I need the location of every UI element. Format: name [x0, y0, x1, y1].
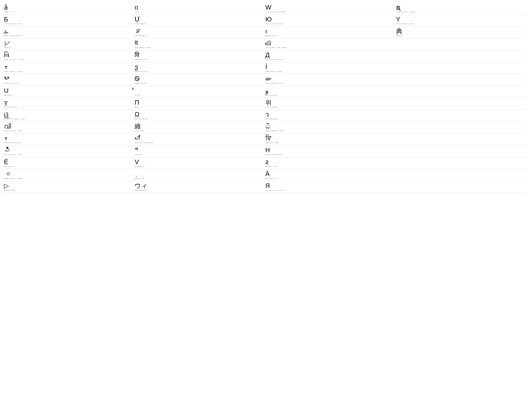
- character-symbol: വി: [4, 123, 132, 130]
- character-symbol: ವಿ: [135, 135, 263, 142]
- character-label: ARABIC WAW (U+0648): [265, 95, 393, 96]
- character-label: CYRILLIC MAJISCULE I (U+0419): [265, 23, 393, 24]
- character-card: ვGEORGIAN VIN (U+10D5): [133, 62, 264, 74]
- character-symbol: Ю: [265, 16, 393, 23]
- character-card: ঊBENGALI RHÔSHSHO U (U+0989): [133, 38, 264, 50]
- character-label: GOTHIC WINJA (U+10345): [4, 107, 132, 108]
- character-label: WI WRITTEN IN HANGUL: [265, 107, 393, 108]
- character-card: ▷INUKTITUT U (U+1405): [3, 181, 133, 193]
- character-label: TIBETAN WA+(I): [135, 154, 263, 155]
- character-symbol: வி: [265, 39, 393, 47]
- character-card: ƨTĀNA VAAVU + IBIFILI: [264, 157, 395, 169]
- character-label: THE OFFICIAL WIKIPEDIA W (FAVICON): [265, 11, 393, 13]
- character-card: ΠGREEK PI: [133, 98, 264, 110]
- character-card: ΩGREEK UPPER CASE OMEGA: [133, 110, 264, 122]
- character-symbol: ୱ: [4, 111, 132, 118]
- character-label: CYRILLIC MAJISCULE BE (U+0412): [4, 23, 132, 24]
- character-symbol: ܥ: [4, 27, 132, 35]
- character-card: UROMAN CAPITAL "U": [3, 86, 133, 98]
- character-label: LONTARA W (U+1A13) + I (U+1A18): [4, 71, 132, 72]
- character-label: ARMENIAN CHARACTER: [135, 23, 263, 24]
- character-card: [395, 122, 525, 134]
- character-label: THAI WO WAEN+(SARA I): [265, 118, 393, 120]
- character-label: KHMER CHARACTERS VO+(I): [135, 35, 263, 36]
- character-symbol: Д: [265, 51, 393, 58]
- character-card: [395, 181, 525, 193]
- character-label: AMHARIC (ETHIOPIC) WE (U+12CD): [265, 83, 393, 84]
- character-card: [395, 74, 525, 86]
- character-symbol: Y: [396, 16, 524, 23]
- character-symbol: ვ: [135, 63, 263, 70]
- character-symbol: ག: [135, 146, 263, 154]
- character-label: CYRILLIC MAJISCULE YA (U+042F): [265, 190, 393, 191]
- character-card: విTELUGU VA (U+0C35) + I (U+0C3F): [3, 145, 133, 157]
- character-label: CYRILLIC MAJUSCULE I (U+0423): [396, 23, 524, 24]
- character-card: ධිSINHALA VA (U+0DB0) + I (U+0DD2): [264, 122, 395, 134]
- character-symbol: Ω: [135, 111, 263, 118]
- character-symbol: ධි: [265, 123, 393, 130]
- character-symbol: ᝠ: [4, 39, 132, 47]
- character-card: [395, 38, 525, 50]
- character-symbol: Մ: [135, 16, 263, 23]
- character-card: وARABIC WAW (U+0648): [264, 86, 395, 98]
- character-card: ᠸMONGOLIAN SCRIPT WA (U+1838): [3, 134, 133, 145]
- character-label: GREEK UPPER CASE OMEGA: [135, 118, 263, 120]
- character-card: ຊLAOTIAN WA (U+0EA7) + I (U+0EB4): [395, 3, 525, 14]
- character-symbol: و: [265, 87, 393, 94]
- character-label: ROMAN CAPITAL "U": [4, 95, 132, 96]
- character-symbol: ƨ: [265, 158, 393, 166]
- character-card: ÉROMAN CAPITAL "É": [3, 157, 133, 169]
- character-symbol: Я: [265, 182, 393, 189]
- character-label: DEVANAGARI CHARACTER: [135, 59, 263, 60]
- character-card: ܥARAMAIC (CLASSICAL SYRIAC) WAW: [3, 26, 133, 38]
- character-symbol: İ: [265, 63, 393, 70]
- character-symbol: ว: [265, 111, 393, 118]
- character-symbol: U: [4, 87, 132, 94]
- character-symbol: ﮳: [135, 170, 263, 177]
- character-label: CHEROKEE WI (U+13EB): [135, 83, 263, 84]
- character-label: TAI LE WA: [135, 95, 263, 96]
- character-label: TAGALOG WI: [4, 47, 132, 48]
- character-symbol: ו: [265, 27, 393, 35]
- character-label: LIMBU WI: [135, 11, 263, 13]
- character-card: विDEVANAGARI CHARACTER: [133, 50, 264, 62]
- character-card: ᠸLONTARA W (U+1A13) + I (U+1A18): [3, 62, 133, 74]
- character-symbol: H: [265, 146, 393, 154]
- character-card: ᥝLIMBU WI: [133, 3, 264, 14]
- character-card: БCYRILLIC MAJISCULE BE (U+0412): [3, 14, 133, 26]
- character-label: HEBREW VAV (U+05D5): [265, 35, 393, 36]
- character-card: ꙺTAI LE WA: [133, 86, 264, 98]
- character-label: ORIYA LETTER WA (U+0B71) + (U+0B3F): [4, 118, 132, 120]
- character-grid: ȃJAVANESE "WA" + "I"ᥝLIMBU WIWTHE OFFIC…: [3, 3, 525, 193]
- character-symbol: 維: [135, 123, 263, 130]
- character-symbol: 위: [265, 99, 393, 106]
- character-card: 𐍅GOTHIC WINJA (U+10345): [3, 98, 133, 110]
- character-symbol: ঊ: [135, 39, 263, 47]
- character-label: GUJARATI VA (U+0AB5) + I (U+0ABF): [4, 59, 132, 60]
- character-label: CYRILLIC MAJUSCULE DE (U+0414): [265, 59, 393, 60]
- character-card: וHEBREW VAV (U+05D5): [264, 26, 395, 38]
- character-label: MONGOLIAN SCRIPT WA (U+1838): [4, 142, 132, 144]
- character-label: TURKISH UPPERCASE İ (U+0130): [265, 71, 393, 72]
- character-label: GURMUKHI VAVA + SIHARI: [265, 142, 393, 144]
- character-symbol: ဝ: [4, 170, 132, 177]
- character-label: ROMAN CAPITAL "Ä": [265, 178, 393, 179]
- character-symbol: ȃ: [4, 4, 132, 11]
- character-card: གTIBETAN WA+(I): [133, 145, 264, 157]
- character-card: 위WI WRITTEN IN HANGUL: [264, 98, 395, 110]
- character-label: ARABIC YĀ'+'ALIF: [135, 178, 263, 179]
- character-label: H USED IN NAHUATL WIKIPEDIA: [265, 154, 393, 155]
- character-card: İTURKISH UPPERCASE İ (U+0130): [264, 62, 395, 74]
- character-symbol: ウィ: [135, 182, 263, 189]
- character-symbol: ទ: [135, 27, 263, 35]
- character-card: ਵਿGURMUKHI VAVA + SIHARI: [264, 134, 395, 145]
- character-symbol: V: [135, 158, 263, 166]
- character-label: MALAYALAM VA (U+0D35) + (0D3F): [4, 130, 132, 132]
- character-card: ЯCYRILLIC MAJISCULE YA (U+042F): [264, 181, 395, 193]
- character-symbol: ᥝ: [135, 4, 263, 11]
- character-card: [395, 134, 525, 145]
- character-card: ᏫCHEROKEE WI (U+13EB): [133, 74, 264, 86]
- character-card: วTHAI WO WAEN+(SARA I): [264, 110, 395, 122]
- character-card: [395, 145, 525, 157]
- character-card: VROMAN CAPITAL "V": [133, 157, 264, 169]
